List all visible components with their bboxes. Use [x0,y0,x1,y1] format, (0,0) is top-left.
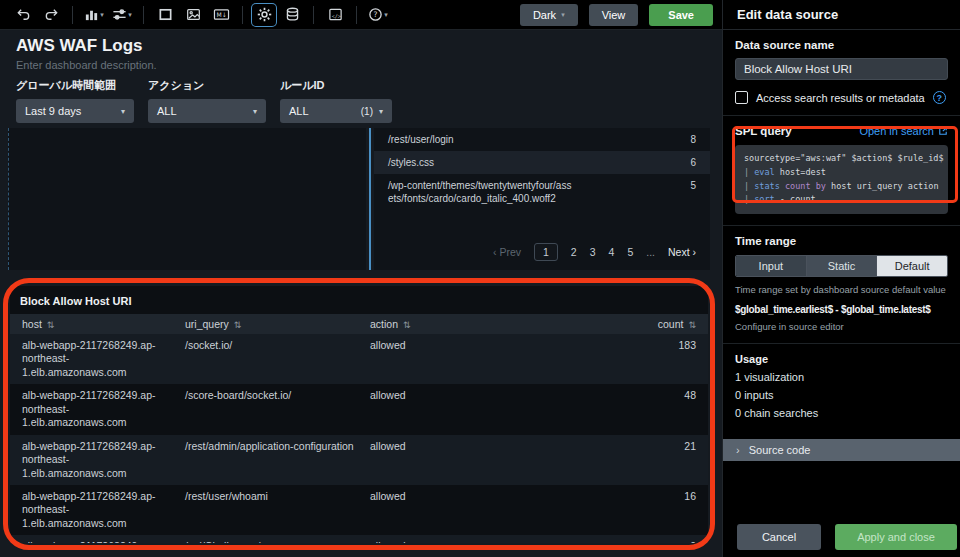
column-header-action[interactable]: action⇅ [370,318,540,330]
cancel-button[interactable]: Cancel [737,524,821,550]
time-range-segmented-control: Input Static Default [735,255,948,277]
add-shape-icon[interactable] [153,4,177,26]
table-row: alb-webapp-2117268249.ap-northeast-1.elb… [10,535,708,543]
redo-icon[interactable] [39,4,63,26]
info-icon[interactable]: ? [933,91,946,104]
access-metadata-checkbox[interactable] [735,91,748,104]
save-button[interactable]: Save [649,4,713,26]
time-range-note: Time range set by dashboard source defau… [735,284,948,295]
spl-line: | stats count by host uri_query action [744,180,939,194]
uri-count-table-panel[interactable]: /rest/user/login 8 /styles.css 6 /wp-con… [374,128,710,270]
spl-query-editor[interactable]: sourcetype="aws:waf" $action$ $rule_id$ … [735,145,948,214]
uri-cell: /wp-content/themes/twentytwentyfour/asse… [388,179,576,205]
next-page-button[interactable]: Next › [668,246,696,258]
table-row: alb-webapp-2117268249.ap-northeast-1.elb… [10,485,708,535]
chevron-down-icon: ▾ [100,11,104,19]
svg-text:?: ? [374,10,378,19]
page-button[interactable]: 3 [590,246,596,258]
chevron-down-icon: ▾ [253,107,257,116]
spl-line: | eval host=dest [744,166,939,180]
chevron-down-icon: ▾ [379,107,383,116]
spl-line: sourcetype="aws:waf" $action$ $rule_id$ [744,152,939,166]
undo-icon[interactable] [11,4,35,26]
count-cell: 48 [540,389,696,429]
time-range-hint: Configure in source editor [735,321,948,332]
action-cell: allowed [370,540,540,543]
count-cell: 21 [540,440,696,480]
open-in-search-label: Open in search [859,125,934,137]
panel-selection-edge [369,128,371,270]
add-markdown-icon[interactable]: M↓ [209,4,233,26]
time-range-tokens: $global_time.earliest$ - $global_time.la… [735,304,948,315]
uri-query-cell: /score-board/socket.io/ [185,389,370,429]
filter-action: アクション ALL ▾ [148,78,266,123]
view-button[interactable]: View [589,4,639,26]
toolbar-actions: Dark ▾ View Save [520,4,713,26]
panel-title: Block Allow Host URI [10,286,708,314]
open-in-search-link[interactable]: Open in search [859,125,948,137]
chevron-down-icon: ▾ [121,107,125,116]
settings-gear-icon[interactable] [252,4,276,26]
dashboard-studio-app: ▾ ▾ M↓ </> ? ▾ [0,0,960,557]
uri-cell: /styles.css [388,156,576,169]
data-sources-icon[interactable] [280,4,304,26]
time-range-option-static[interactable]: Static [807,256,878,276]
usage-section: Usage 1 visualization 0 inputs 0 chain s… [723,344,960,433]
table-row: /styles.css 6 [374,151,710,174]
table-row: alb-webapp-2117268249.ap-northeast-1.elb… [10,334,708,384]
rule-id-dropdown[interactable]: ALL (1) ▾ [280,99,392,123]
chevron-down-icon: ▾ [384,11,388,19]
time-range-option-default[interactable]: Default [877,256,947,276]
svg-text:</>: </> [331,13,340,19]
time-range-option-input[interactable]: Input [736,256,807,276]
host-cell: alb-webapp-2117268249.ap-northeast-1.elb… [22,540,185,543]
count-cell: 6 [690,156,696,169]
action-cell: allowed [370,440,540,480]
toolbar-separator [143,6,144,24]
sort-icon[interactable]: ⇅ [234,320,242,330]
usage-item: 0 chain searches [735,404,948,422]
usage-item: 0 inputs [735,386,948,404]
action-cell: allowed [370,339,540,379]
page-ellipsis: ... [646,246,655,258]
host-cell: alb-webapp-2117268249.ap-northeast-1.elb… [22,490,185,530]
source-code-expander[interactable]: › Source code [723,439,960,461]
theme-dropdown[interactable]: Dark ▾ [520,4,578,26]
dashboard-title[interactable]: AWS WAF Logs [16,36,143,56]
sort-icon[interactable]: ⇅ [403,320,411,330]
dropdown-value: Last 9 days [25,105,81,117]
prev-page-button[interactable]: ‹ Prev [493,246,521,258]
help-icon[interactable]: ? ▾ [366,4,390,26]
source-code-icon[interactable]: </> [323,4,347,26]
count-cell: 8 [690,133,696,146]
time-range-dropdown[interactable]: Last 9 days ▾ [16,99,134,123]
add-input-icon[interactable]: ▾ [110,4,134,26]
uri-query-cell: /socket.io/ [185,339,370,379]
sort-icon[interactable]: ⇅ [688,320,696,330]
uri-query-cell: /api/Challenges/ [185,540,370,543]
data-source-name-input[interactable]: Block Allow Host URI [735,58,948,80]
dropdown-value: ALL [157,105,177,117]
data-source-name-section: Data source name Block Allow Host URI Ac… [723,30,960,116]
column-header-host[interactable]: host⇅ [22,318,185,330]
toolbar-separator [242,6,243,24]
add-chart-icon[interactable]: ▾ [82,4,106,26]
empty-visualization-panel[interactable] [8,128,366,270]
column-header-uri-query[interactable]: uri_query⇅ [185,318,370,330]
page-button[interactable]: 4 [609,246,615,258]
panel-header: Edit data source [723,0,960,30]
dashboard-description[interactable]: Enter dashboard description. [16,59,157,71]
access-metadata-row: Access search results or metadata ? [735,91,948,104]
table-header-row: host⇅ uri_query⇅ action⇅ count⇅ [10,314,708,334]
toolbar-separator [356,6,357,24]
column-header-count[interactable]: count⇅ [540,318,696,330]
sort-icon[interactable]: ⇅ [47,320,55,330]
page-button-current[interactable]: 1 [534,243,558,261]
page-button[interactable]: 5 [627,246,633,258]
apply-and-close-button[interactable]: Apply and close [835,524,957,550]
action-dropdown[interactable]: ALL ▾ [148,99,266,123]
add-image-icon[interactable] [181,4,205,26]
page-button[interactable]: 2 [571,246,577,258]
toolbar-separator [72,6,73,24]
block-allow-host-uri-table-panel[interactable]: Block Allow Host URI host⇅ uri_query⇅ ac… [10,286,708,543]
